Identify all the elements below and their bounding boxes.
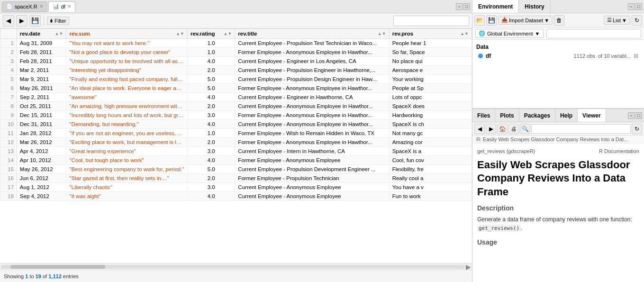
list-view-btn[interactable]: ☰ List ▼ (604, 16, 630, 25)
data-section-title: Data (476, 44, 640, 50)
cell-pros: SpaceX is ch (389, 120, 472, 129)
table-row[interactable]: 10 Dec 31, 2011 "Demanding, but rewardin… (0, 120, 472, 129)
cell-num: 1 (0, 39, 17, 48)
maximize-left-btn[interactable]: □ (463, 3, 470, 10)
rp-top-winbtns: − □ (626, 3, 644, 10)
cell-rating: 4.0 (188, 192, 235, 201)
cell-sum: "awesome" (66, 93, 188, 102)
cell-num: 12 (0, 138, 17, 147)
table-row[interactable]: 15 May 26, 2012 "Best engineering compan… (0, 165, 472, 174)
cell-pros: Not many gc (389, 129, 472, 138)
cell-sum: "Incredibly long hours and lots of work,… (66, 111, 188, 120)
cell-sum: "Interesting yet disappointing" (66, 66, 188, 75)
data-table: rev.date▲▼ rev.sum▲▼ rev.rating▲▼ rev.ti… (0, 28, 472, 201)
rp-top-minimize[interactable]: − (628, 3, 635, 10)
global-env-dropdown[interactable]: 🌐 Global Environment ▼ (475, 29, 544, 38)
cell-title: Former Employee - Anonymous Employee in … (235, 84, 389, 93)
spacex-tab-close[interactable]: ✕ (39, 4, 43, 9)
viewer-back-btn[interactable]: ◀ (474, 124, 485, 134)
cell-title: Former Employee - Anonymous Employee (235, 156, 389, 165)
env-save-btn[interactable]: 💾 (486, 15, 497, 26)
table-row[interactable]: 9 Dec 15, 2011 "Incredibly long hours an… (0, 111, 472, 120)
viewer-home-btn[interactable]: 🏠 (497, 124, 508, 134)
scroll-thumb[interactable] (10, 265, 105, 269)
table-row[interactable]: 13 Apr 4, 2012 "Great learning experienc… (0, 147, 472, 156)
viewer-zoom-btn[interactable]: 🔍 (520, 124, 530, 134)
table-search-input[interactable] (393, 16, 469, 26)
doc-type: R Documentation (599, 147, 639, 155)
table-row[interactable]: 14 Apr 10, 2012 "Cool, but tough place t… (0, 156, 472, 165)
env-load-btn[interactable]: 📂 (474, 15, 485, 26)
sort-icon-sum: ▲▼ (176, 31, 184, 36)
filter-button[interactable]: ⧳ Filter (47, 17, 69, 25)
cell-date: Mar 2, 2011 (17, 66, 66, 75)
globe-icon: 🌐 (479, 30, 485, 36)
table-row[interactable]: 8 Oct 25, 2011 "An amaizing, high pressu… (0, 102, 472, 111)
import-dataset-btn[interactable]: 📥 Import Dataset ▼ (498, 16, 553, 25)
rp-top-maximize[interactable]: □ (635, 3, 642, 10)
table-row[interactable]: 3 Feb 28, 2011 "Unique opportunity to be… (0, 57, 472, 66)
tab-environment[interactable]: Environment (472, 0, 519, 13)
df-grid-icon[interactable]: ⊞ (634, 53, 638, 59)
table-row[interactable]: 17 Aug 1, 2012 "Liberally chaotic" 3.0 C… (0, 183, 472, 192)
tab-df[interactable]: 📊 df ✕ (48, 1, 75, 12)
df-tab-close[interactable]: ✕ (67, 4, 71, 9)
cell-rating: 5.0 (188, 165, 235, 174)
viewer-refresh-btn[interactable]: ↻ (632, 124, 642, 134)
minimize-left-btn[interactable]: − (456, 3, 463, 10)
table-row[interactable]: 12 Mar 26, 2012 "Exciting place to work,… (0, 138, 472, 147)
rp-bot-minimize[interactable]: − (628, 112, 635, 119)
env-clear-btn[interactable]: 🗑 (554, 15, 564, 26)
tab-packages[interactable]: Packages (519, 109, 555, 122)
cell-date: Jun 6, 2012 (17, 174, 66, 183)
rp-bot-maximize[interactable]: □ (635, 112, 642, 119)
cell-num: 14 (0, 156, 17, 165)
right-panel: Environment History − □ 📂 💾 📥 Import Dat… (472, 0, 644, 282)
doc-usage-heading: Usage (477, 237, 639, 247)
table-row[interactable]: 4 Mar 2, 2011 "Interesting yet disappoin… (0, 66, 472, 75)
forward-btn[interactable]: ▶ (16, 15, 27, 27)
cell-sum: "You may not want to work here." (66, 39, 188, 48)
table-row[interactable]: 18 Sep 4, 2012 "It was aight" 4.0 Curren… (0, 192, 472, 201)
cell-num: 9 (0, 111, 17, 120)
col-header-sum[interactable]: rev.sum▲▼ (66, 29, 188, 39)
col-header-num[interactable] (0, 29, 17, 39)
col-header-pros[interactable]: rev.pros▲▼ (389, 29, 472, 39)
tab-plots[interactable]: Plots (495, 109, 519, 122)
viewer-tabbar: Files Plots Packages Help Viewer − □ (472, 109, 644, 122)
cell-sum: "Cool, but tough place to work" (66, 156, 188, 165)
viewer-content: get_reviews {gdscrapeR} R Documentation … (472, 144, 644, 282)
table-row[interactable]: 6 May 26, 2011 "An ideal place to work. … (0, 84, 472, 93)
cell-date: Dec 31, 2011 (17, 120, 66, 129)
viewer-print-btn[interactable]: 🖨 (508, 124, 519, 134)
scroll-track[interactable] (1, 265, 465, 269)
status-total: 1,112 (48, 273, 62, 279)
table-row[interactable]: 1 Aug 31, 2009 "You may not want to work… (0, 39, 472, 48)
table-row[interactable]: 5 Mar 9, 2011 "Finally and exciting fast… (0, 75, 472, 84)
back-btn[interactable]: ◀ (3, 15, 14, 27)
data-table-container[interactable]: rev.date▲▼ rev.sum▲▼ rev.rating▲▼ rev.ti… (0, 28, 472, 263)
df-tab-label: df (61, 4, 65, 9)
tab-viewer[interactable]: Viewer (578, 109, 606, 122)
viewer-forward-btn[interactable]: ▶ (486, 124, 496, 134)
table-row[interactable]: 7 Sep 2, 2011 "awesome" 4.0 Current Empl… (0, 93, 472, 102)
table-row[interactable]: 2 Feb 28, 2011 "Not a good place to deve… (0, 48, 472, 57)
table-row[interactable]: 11 Jan 28, 2012 "If you are not an engin… (0, 129, 472, 138)
data-toolbar: ◀ ▶ 💾 ⧳ Filter (0, 13, 472, 28)
col-header-rating[interactable]: rev.rating▲▼ (188, 29, 235, 39)
viewer-search-input[interactable] (531, 124, 631, 134)
table-row[interactable]: 16 Jun 6, 2012 "Star gazed at first, the… (0, 174, 472, 183)
tab-files[interactable]: Files (472, 109, 495, 122)
col-header-date[interactable]: rev.date▲▼ (17, 29, 66, 39)
tab-spacex-r[interactable]: 📄 spaceX.R ✕ (2, 1, 47, 12)
cell-date: Sep 2, 2011 (17, 93, 66, 102)
tab-help[interactable]: Help (555, 109, 578, 122)
tab-history[interactable]: History (519, 0, 550, 13)
horizontal-scrollbar[interactable]: ▶ (0, 263, 472, 270)
cell-sum: "If you are not an engineer, you are use… (66, 129, 188, 138)
col-header-title[interactable]: rev.title▲▼ (235, 29, 389, 39)
data-section: Data df 1112 obs. of 10 variabl... ⊞ (472, 40, 644, 63)
env-refresh-btn[interactable]: ↻ (632, 15, 642, 26)
env-search-input[interactable] (546, 29, 642, 38)
save-btn[interactable]: 💾 (29, 15, 41, 27)
